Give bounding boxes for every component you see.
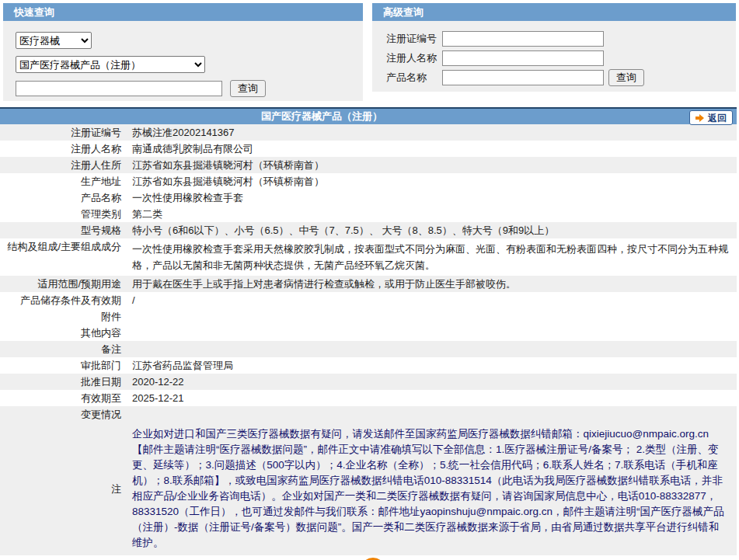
row-value: 江苏省药品监督管理局 — [127, 357, 737, 374]
detail-section: 国产医疗器械产品（注册） 返回 注册证编号苏械注准20202141367注册人名… — [0, 107, 737, 555]
table-row: 注企业如对进口和国产三类医疗器械数据有疑问，请发送邮件至国家药监局医疗器械数据纠… — [0, 423, 737, 555]
row-value: 江苏省如东县掘港镇晓河村（环镇桥南首） — [127, 157, 737, 173]
table-row: 适用范围/预期用途用于戴在医生手上或手指上对患者病情进行检查或触检，或用于防止医… — [0, 276, 737, 292]
row-label: 附件 — [0, 308, 127, 325]
row-value — [127, 406, 737, 423]
table-row: 有效期至2025-12-21 — [0, 390, 737, 406]
row-value — [127, 308, 737, 325]
row-value: 2020-12-22 — [127, 374, 737, 390]
back-button[interactable]: 返回 — [689, 110, 733, 125]
advanced-query-panel: 高级查询 注册证编号 注册人名称 产品名称 查询 — [372, 3, 736, 92]
row-value: 一次性使用橡胶检查手套采用天然橡胶胶乳制成，按表面型式不同分为麻面、光面、有粉表… — [127, 238, 737, 276]
bottom-back-area: 返回 — [0, 555, 739, 560]
row-value: 2025-12-21 — [127, 390, 737, 406]
registration-no-label: 注册证编号 — [386, 32, 442, 46]
row-label: 管理类别 — [0, 206, 127, 222]
table-row: 批准日期2020-12-22 — [0, 374, 737, 390]
registrant-name-input[interactable] — [442, 50, 604, 66]
query-section: 快速查询 医疗器械 国产医疗器械产品（注册） 查询 高级查询 注册证编号 — [0, 0, 739, 107]
row-label: 审批部门 — [0, 357, 127, 374]
row-value — [127, 325, 737, 341]
table-row: 其他内容 — [0, 325, 737, 341]
table-row: 生产地址江苏省如东县掘港镇晓河村（环镇桥南首） — [0, 173, 737, 190]
page-title: 国产医疗器械产品（注册） — [0, 109, 643, 124]
row-label: 批准日期 — [0, 374, 127, 390]
table-row: 结构及组成/主要组成成分一次性使用橡胶检查手套采用天然橡胶胶乳制成，按表面型式不… — [0, 238, 737, 276]
quick-search-button[interactable]: 查询 — [230, 80, 266, 97]
row-label: 结构及组成/主要组成成分 — [0, 238, 127, 276]
row-value — [127, 341, 737, 357]
row-value: 苏械注准20202141367 — [127, 124, 737, 141]
table-row: 备注 — [0, 341, 737, 357]
row-value: 企业如对进口和国产三类医疗器械数据有疑问，请发送邮件至国家药监局医疗器械数据纠错… — [127, 423, 737, 555]
row-label: 变更情况 — [0, 406, 127, 423]
table-row: 审批部门江苏省药品监督管理局 — [0, 357, 737, 374]
registrant-name-label: 注册人名称 — [386, 51, 442, 65]
row-label: 产品名称 — [0, 190, 127, 206]
row-label: 其他内容 — [0, 325, 127, 341]
table-row: 注册人名称南通成德乳胶制品有限公司 — [0, 141, 737, 157]
table-row: 注册人住所江苏省如东县掘港镇晓河村（环镇桥南首） — [0, 157, 737, 173]
table-row: 变更情况 — [0, 406, 737, 423]
row-value: 南通成德乳胶制品有限公司 — [127, 141, 737, 157]
quick-keyword-input[interactable] — [16, 81, 222, 96]
detail-header: 国产医疗器械产品（注册） 返回 — [0, 107, 737, 124]
back-arrow-icon — [695, 114, 704, 122]
row-label: 注册人住所 — [0, 157, 127, 173]
row-label: 备注 — [0, 341, 127, 357]
row-label: 型号规格 — [0, 222, 127, 238]
row-label: 产品储存条件及有效期 — [0, 292, 127, 308]
record-type-select[interactable]: 国产医疗器械产品（注册） — [16, 56, 205, 73]
row-label: 生产地址 — [0, 173, 127, 190]
quick-query-panel: 快速查询 医疗器械 国产医疗器械产品（注册） 查询 — [3, 3, 363, 101]
table-row: 产品名称一次性使用橡胶检查手套 — [0, 190, 737, 206]
table-row: 产品储存条件及有效期/ — [0, 292, 737, 308]
advanced-query-title: 高级查询 — [372, 3, 736, 21]
detail-table: 注册证编号苏械注准20202141367注册人名称南通成德乳胶制品有限公司注册人… — [0, 124, 737, 555]
row-label: 注 — [0, 481, 127, 497]
row-label: 适用范围/预期用途 — [0, 276, 127, 292]
product-name-label: 产品名称 — [386, 71, 442, 85]
row-value: 一次性使用橡胶检查手套 — [127, 190, 737, 206]
row-value: 用于戴在医生手上或手指上对患者病情进行检查或触检，或用于防止医生手部被咬伤。 — [127, 276, 737, 292]
row-label: 注册人名称 — [0, 141, 127, 157]
row-value: / — [127, 292, 737, 308]
registration-no-input[interactable] — [442, 31, 604, 47]
row-label: 注册证编号 — [0, 124, 127, 141]
row-label: 有效期至 — [0, 390, 127, 406]
row-value: 特小号（6和6以下）、小号（6.5）、中号（7、7.5）、 大号（8、8.5）、… — [127, 222, 737, 238]
quick-query-title: 快速查询 — [3, 3, 363, 21]
table-row: 注册证编号苏械注准20202141367 — [0, 124, 737, 141]
advanced-search-button[interactable]: 查询 — [608, 69, 644, 86]
table-row: 管理类别第二类 — [0, 206, 737, 222]
product-name-input[interactable] — [442, 70, 604, 85]
back-button-label: 返回 — [708, 110, 727, 126]
row-value: 第二类 — [127, 206, 737, 222]
table-row: 附件 — [0, 308, 737, 325]
table-row: 型号规格特小号（6和6以下）、小号（6.5）、中号（7、7.5）、 大号（8、8… — [0, 222, 737, 238]
category-select[interactable]: 医疗器械 — [16, 32, 92, 49]
row-value: 江苏省如东县掘港镇晓河村（环镇桥南首） — [127, 173, 737, 190]
